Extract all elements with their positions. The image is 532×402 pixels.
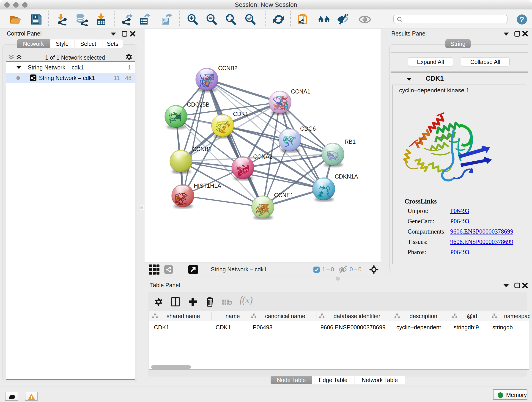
svg-text:CCNA2: CCNA2 — [253, 153, 273, 160]
svg-text:HIST1H1A: HIST1H1A — [194, 182, 221, 189]
svg-text:?: ? — [520, 15, 525, 24]
svg-text:RB1: RB1 — [345, 138, 356, 145]
svg-text:CCNB2: CCNB2 — [218, 65, 238, 71]
svg-text:CDKN1A: CDKN1A — [335, 173, 358, 180]
svg-text:CCNB1: CCNB1 — [192, 146, 212, 152]
svg-text:CDC25B: CDC25B — [187, 101, 210, 108]
svg-text:CDC6: CDC6 — [300, 125, 316, 132]
svg-text:CCNA1: CCNA1 — [291, 88, 310, 95]
svg-text:CCNE1: CCNE1 — [274, 192, 293, 198]
svg-text:CDK1: CDK1 — [233, 111, 248, 117]
